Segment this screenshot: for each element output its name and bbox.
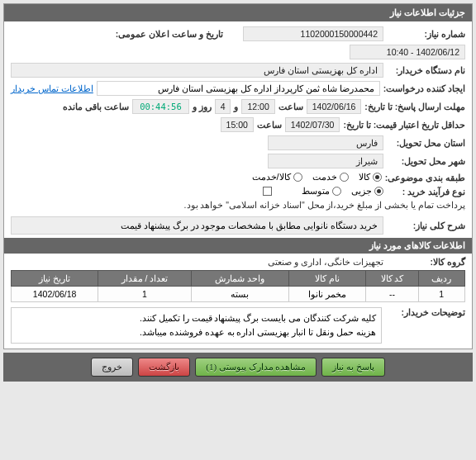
cell-name: مخمر نانوا (288, 287, 366, 302)
label-requester: ایجاد کننده درخواست: (383, 83, 465, 93)
field-deadline-time: 12:00 (241, 99, 274, 114)
table-header-row: ردیف کد کالا نام کالا واحد شمارش تعداد /… (12, 271, 465, 287)
label-need-no: شماره نیاز: (387, 29, 465, 39)
treasury-checkbox[interactable] (263, 187, 272, 196)
th-unit: واحد شمارش (191, 271, 288, 287)
buyer-note-line2: هزینه حمل ونقل تا انبار بهزیستی اداره به… (17, 325, 376, 339)
table-row[interactable]: 1 -- مخمر نانوا بسته 1 1402/06/18 (12, 287, 465, 302)
label-days: روز و (193, 102, 212, 111)
radio-minor-label: جزیی (351, 186, 372, 197)
radio-dot-icon (373, 173, 382, 182)
reply-button[interactable]: پاسخ به نیاز (321, 358, 385, 377)
label-city: شهر محل تحویل: (387, 156, 465, 166)
field-remain-days: 4 (215, 99, 231, 114)
label-deadline: مهلت ارسال پاسخ: تا تاریخ: (364, 102, 465, 111)
details-panel: جزئیات اطلاعات نیاز شماره نیاز: 11020001… (3, 3, 473, 349)
label-goods-group: گروه کالا: (387, 257, 465, 267)
radio-dot-icon (374, 187, 383, 196)
attach-button[interactable]: مشاهده مدارک پیوستی (1) (195, 358, 317, 377)
items-table: ردیف کد کالا نام کالا واحد شمارش تعداد /… (11, 270, 465, 302)
radio-goods-label: کالا (359, 172, 370, 183)
th-name: نام کالا (288, 271, 366, 287)
contact-link[interactable]: اطلاعات تماس خریدار (11, 83, 93, 93)
radio-goods[interactable]: کالا (359, 172, 382, 183)
radio-minor[interactable]: جزیی (351, 186, 383, 197)
th-qty: تعداد / مقدار (98, 271, 191, 287)
label-category: طبقه بندی موضوعی: (385, 173, 465, 183)
label-need-desc: شرح کلی نیاز: (387, 221, 465, 230)
cell-qty: 1 (98, 287, 191, 302)
cell-row: 1 (418, 287, 464, 302)
cell-code: -- (366, 287, 418, 302)
radio-both-label: کالا/خدمت (252, 172, 291, 183)
field-credit-date: 1402/07/30 (285, 117, 340, 132)
field-requester: محمدرضا شاه ثمن کارپرداز اداره کل بهزیست… (97, 81, 380, 96)
label-hour2: ساعت (257, 120, 282, 130)
field-goods-group: تجهیزات خانگی، اداری و صنعتی (268, 257, 383, 267)
radio-service-label: خدمت (312, 172, 337, 183)
field-need-no: 1102000150000442 (243, 26, 383, 41)
label-and: و (234, 102, 238, 111)
panel-title: جزئیات اطلاعات نیاز (4, 4, 472, 21)
items-header: اطلاعات کالاهای مورد نیاز (4, 238, 472, 254)
field-city: شیراز (268, 154, 383, 168)
field-need-desc: خرید دستگاه نانوایی مطابق با مشخصات موجو… (11, 216, 383, 235)
th-row: ردیف (418, 271, 464, 287)
buyer-note-line1: کلیه شرکت کنندگان می بایست برگ پیشنهاد ق… (17, 311, 376, 325)
exit-button[interactable]: خروج (91, 358, 133, 377)
label-remain: ساعت باقی مانده (63, 102, 129, 111)
label-buyer-org: نام دستگاه خریدار: (387, 65, 465, 75)
label-credit: حداقل تاریخ اعتبار قیمت: تا تاریخ: (343, 120, 465, 130)
countdown: 00:44:56 (132, 99, 189, 114)
field-deadline-date: 1402/06/16 (307, 99, 362, 114)
label-buyer-notes: توضیحات خریدار: (387, 307, 465, 344)
th-code: کد کالا (366, 271, 418, 287)
buyer-notes-box: کلیه شرکت کنندگان می بایست برگ پیشنهاد ق… (11, 307, 382, 344)
radio-medium-label: متوسط (302, 186, 330, 197)
radio-dot-icon (340, 173, 349, 182)
field-province: فارس (268, 135, 383, 150)
field-announce-dt: 1402/06/12 - 10:40 (350, 45, 465, 59)
label-hour1: ساعت (278, 102, 303, 111)
radio-both[interactable]: کالا/خدمت (252, 172, 302, 183)
cell-unit: بسته (191, 287, 288, 302)
field-credit-time: 15:00 (221, 117, 254, 132)
radio-service[interactable]: خدمت (312, 172, 349, 183)
radio-dot-icon (293, 173, 302, 182)
back-button[interactable]: بازگشت (138, 358, 190, 377)
cell-date: 1402/06/18 (12, 287, 98, 302)
radio-dot-icon (332, 187, 341, 196)
label-announce-dt: تاریخ و ساعت اعلان عمومی: (116, 29, 223, 39)
label-province: استان محل تحویل: (387, 138, 465, 148)
field-buyer-org: اداره کل بهزیستی استان فارس (11, 63, 383, 78)
footer-bar: پاسخ به نیاز مشاهده مدارک پیوستی (1) باز… (3, 353, 473, 382)
payment-note: پرداخت تمام یا بخشی از مبلغ خرید،از محل … (184, 200, 465, 210)
radio-medium[interactable]: متوسط (302, 186, 341, 197)
label-process: نوع فرآیند خرید : (387, 187, 465, 197)
th-date: تاریخ نیاز (12, 271, 98, 287)
